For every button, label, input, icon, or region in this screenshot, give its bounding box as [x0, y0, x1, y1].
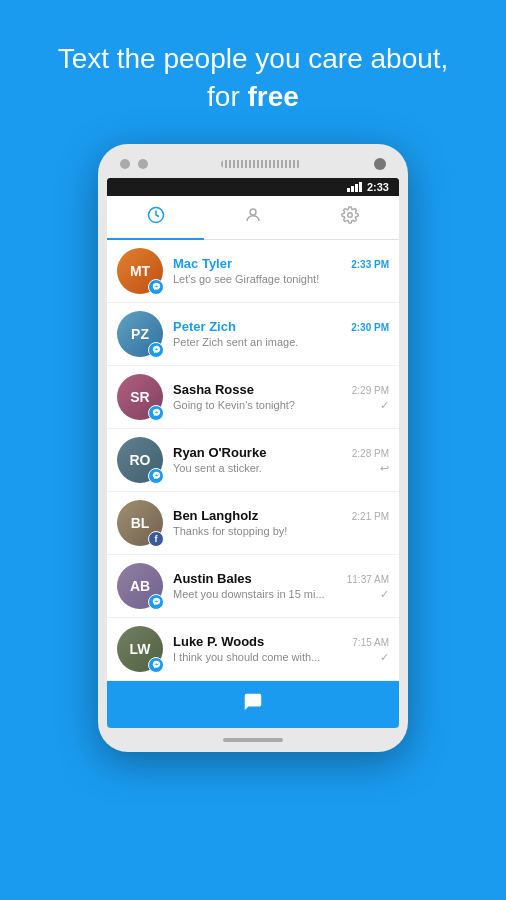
avatar-wrap: AB	[117, 563, 163, 609]
phone-top-bar	[106, 158, 400, 170]
conv-time: 7:15 AM	[352, 637, 389, 648]
conv-top: Peter Zich 2:30 PM	[173, 319, 389, 334]
messenger-badge	[148, 657, 164, 673]
phone-shell: 2:33	[98, 144, 408, 752]
conv-status: ↩	[380, 462, 389, 475]
conv-bottom: Meet you downstairs in 15 mi... ✓	[173, 588, 389, 601]
conv-status: ✓	[380, 651, 389, 664]
conv-name: Mac Tyler	[173, 256, 232, 271]
conv-time: 2:28 PM	[352, 448, 389, 459]
conv-name: Austin Bales	[173, 571, 252, 586]
tab-contacts[interactable]	[204, 196, 301, 239]
conversation-item[interactable]: SR Sasha Rosse 2:29 PM Going to Kevin's …	[107, 366, 399, 429]
conv-preview: Let's go see Giraffage tonight!	[173, 273, 385, 285]
tab-bar	[107, 196, 399, 240]
conversation-item[interactable]: RO Ryan O'Rourke 2:28 PM You sent a stic…	[107, 429, 399, 492]
home-bar	[223, 738, 283, 742]
phone-speaker	[221, 160, 301, 168]
conv-top: Austin Bales 11:37 AM	[173, 571, 389, 586]
avatar-wrap: RO	[117, 437, 163, 483]
conv-info: Luke P. Woods 7:15 AM I think you should…	[173, 634, 389, 664]
svg-point-2	[348, 212, 353, 217]
conv-top: Mac Tyler 2:33 PM	[173, 256, 389, 271]
messenger-badge	[148, 342, 164, 358]
phone-screen: 2:33	[107, 178, 399, 728]
messenger-badge	[148, 405, 164, 421]
avatar-wrap: MT	[117, 248, 163, 294]
conv-name: Peter Zich	[173, 319, 236, 334]
messenger-badge	[148, 279, 164, 295]
conv-top: Ben Langholz 2:21 PM	[173, 508, 389, 523]
conv-info: Ben Langholz 2:21 PM Thanks for stopping…	[173, 508, 389, 537]
headline-bold: free	[248, 81, 299, 112]
phone-dots	[120, 159, 148, 169]
conv-bottom: Peter Zich sent an image.	[173, 336, 389, 348]
conv-preview: You sent a sticker.	[173, 462, 376, 474]
conv-preview: Meet you downstairs in 15 mi...	[173, 588, 376, 600]
status-bar: 2:33	[107, 178, 399, 196]
signal-icon	[347, 182, 362, 192]
gear-icon	[341, 206, 359, 229]
bottom-bar	[107, 681, 399, 728]
conversation-list: MT Mac Tyler 2:33 PM Let's go see Giraff…	[107, 240, 399, 681]
conv-time: 2:33 PM	[351, 259, 389, 270]
phone-dot-1	[120, 159, 130, 169]
avatar-wrap: LW	[117, 626, 163, 672]
conv-bottom: I think you should come with... ✓	[173, 651, 389, 664]
messenger-badge	[148, 468, 164, 484]
conv-bottom: You sent a sticker. ↩	[173, 462, 389, 475]
conv-info: Mac Tyler 2:33 PM Let's go see Giraffage…	[173, 256, 389, 285]
chat-icon	[242, 691, 264, 718]
app-content: MT Mac Tyler 2:33 PM Let's go see Giraff…	[107, 196, 399, 728]
conv-bottom: Let's go see Giraffage tonight!	[173, 273, 389, 285]
conversation-item[interactable]: BL f Ben Langholz 2:21 PM Thanks for sto…	[107, 492, 399, 555]
conversation-item[interactable]: LW Luke P. Woods 7:15 AM I think you sho…	[107, 618, 399, 681]
avatar-wrap: SR	[117, 374, 163, 420]
svg-point-1	[250, 209, 256, 215]
headline: Text the people you care about, for free	[0, 40, 506, 116]
conv-info: Peter Zich 2:30 PM Peter Zich sent an im…	[173, 319, 389, 348]
avatar-wrap: BL f	[117, 500, 163, 546]
signal-bar-3	[355, 184, 358, 192]
conv-top: Sasha Rosse 2:29 PM	[173, 382, 389, 397]
conv-top: Luke P. Woods 7:15 AM	[173, 634, 389, 649]
conv-info: Ryan O'Rourke 2:28 PM You sent a sticker…	[173, 445, 389, 475]
conv-preview: I think you should come with...	[173, 651, 376, 663]
conv-bottom: Thanks for stopping by!	[173, 525, 389, 537]
conversation-item[interactable]: MT Mac Tyler 2:33 PM Let's go see Giraff…	[107, 240, 399, 303]
conv-preview: Thanks for stopping by!	[173, 525, 385, 537]
tab-recent[interactable]	[107, 196, 204, 239]
conv-info: Sasha Rosse 2:29 PM Going to Kevin's ton…	[173, 382, 389, 412]
conv-time: 2:29 PM	[352, 385, 389, 396]
phone-bottom	[106, 728, 400, 752]
conv-top: Ryan O'Rourke 2:28 PM	[173, 445, 389, 460]
conv-status: ✓	[380, 588, 389, 601]
conversation-item[interactable]: PZ Peter Zich 2:30 PM Peter Zich sent an…	[107, 303, 399, 366]
phone-dot-2	[138, 159, 148, 169]
conv-info: Austin Bales 11:37 AM Meet you downstair…	[173, 571, 389, 601]
avatar-wrap: PZ	[117, 311, 163, 357]
conv-status: ✓	[380, 399, 389, 412]
conv-name: Luke P. Woods	[173, 634, 264, 649]
messenger-badge	[148, 594, 164, 610]
conv-name: Ryan O'Rourke	[173, 445, 266, 460]
conv-name: Ben Langholz	[173, 508, 258, 523]
facebook-badge: f	[148, 531, 164, 547]
person-icon	[244, 206, 262, 229]
conv-time: 2:30 PM	[351, 322, 389, 333]
status-time: 2:33	[367, 181, 389, 193]
tab-settings[interactable]	[302, 196, 399, 239]
conv-preview: Going to Kevin's tonight?	[173, 399, 376, 411]
signal-bar-1	[347, 188, 350, 192]
conv-bottom: Going to Kevin's tonight? ✓	[173, 399, 389, 412]
phone-camera	[374, 158, 386, 170]
conv-preview: Peter Zich sent an image.	[173, 336, 385, 348]
conversation-item[interactable]: AB Austin Bales 11:37 AM Meet you downst…	[107, 555, 399, 618]
signal-bar-4	[359, 182, 362, 192]
signal-bar-2	[351, 186, 354, 192]
conv-name: Sasha Rosse	[173, 382, 254, 397]
conv-time: 11:37 AM	[347, 574, 389, 585]
clock-icon	[147, 206, 165, 229]
conv-time: 2:21 PM	[352, 511, 389, 522]
